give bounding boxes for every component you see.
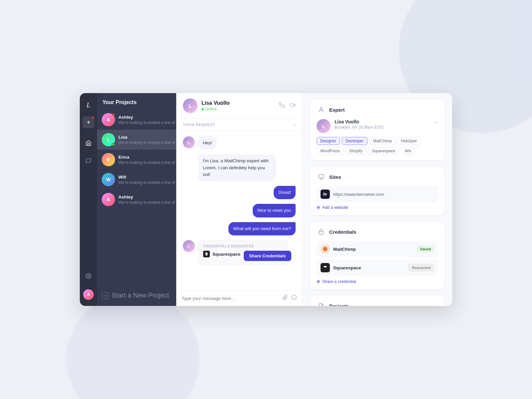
start-project-label: Start a New Project [112, 292, 169, 299]
tag-wix: Wix [401, 147, 415, 155]
phone-button[interactable] [279, 102, 285, 110]
monitor-icon [318, 174, 324, 180]
svg-point-12 [323, 247, 327, 251]
expert-title: Expert [329, 107, 345, 113]
user-icon [318, 107, 324, 113]
will-avatar-wrapper: W [102, 173, 115, 186]
msg-bubble-hey: Hey! [198, 136, 217, 150]
emoji-button[interactable] [291, 295, 297, 302]
chat-header-avatar: L [183, 98, 198, 113]
tag-hubspot: HubSpot [397, 137, 420, 145]
msg-bubble-great: Great! [274, 186, 296, 199]
ashley1-name: Ashley [118, 115, 182, 120]
msg-bubble-need: What will you need from me? [228, 222, 296, 235]
right-panel: Expert L Lisa Vuollo Brooklyn, NY (9:36a… [303, 93, 452, 306]
chat-button[interactable] [82, 155, 94, 167]
credentials-section-header: Credentials [317, 227, 438, 236]
erica-preview: We're looking to embed a line of ... [118, 160, 182, 165]
lock-icon [318, 229, 324, 235]
add-project-button[interactable]: + [82, 116, 94, 128]
will-info: Will We're looking to embed a line of ..… [118, 175, 182, 185]
attachment-button[interactable] [282, 295, 288, 302]
chat-input[interactable] [182, 296, 279, 301]
app-container: L + [80, 93, 452, 306]
lisa-name: Lisa [118, 135, 180, 140]
will-preview: We're looking to embed a line of ... [118, 180, 182, 185]
chat-header: L Lisa Vuollo Online [176, 93, 302, 119]
squarespace-cred-logo [323, 265, 328, 270]
credential-mailchimp: MailChimp Saved [317, 241, 438, 257]
chat-header-icons [279, 102, 296, 110]
tag-designer: Designer [317, 137, 340, 145]
svg-rect-3 [290, 104, 294, 106]
lisa-msg-avatar: L [183, 136, 195, 148]
share-credential-icon: ⊕ [317, 279, 320, 284]
expert-section: Expert L Lisa Vuollo Brooklyn, NY (9:36a… [311, 100, 444, 160]
share-credentials-button[interactable]: Share Credentials [244, 251, 291, 261]
sidebar: L + [80, 93, 176, 306]
mailchimp-badge: Saved [417, 246, 434, 252]
your-request-bar[interactable]: YOUR REQUEST › [176, 119, 302, 131]
svg-point-7 [320, 107, 322, 109]
ashley2-avatar: A [102, 193, 115, 206]
logo-button[interactable]: L [82, 99, 94, 111]
lisa-cred-avatar: L [183, 240, 195, 252]
erica-avatar: E [102, 153, 115, 166]
tag-shopify: Shopify [345, 147, 366, 155]
credentials-service-name: Squarespace [212, 252, 240, 257]
credentials-section-icon [317, 227, 326, 236]
sites-section-header: Sites [317, 172, 438, 182]
video-button[interactable] [290, 102, 296, 110]
credentials-section: Credentials MailChimp Saved Squarespace [311, 222, 444, 289]
share-credential-button[interactable]: ⊕ Share a credential [317, 279, 438, 284]
user-avatar: A [83, 289, 94, 300]
sites-item-benratner: Br https://www.benratner.com [317, 186, 438, 202]
projects-section-header: Projects [317, 301, 438, 306]
add-website-icon: ⊕ [317, 205, 320, 210]
squarespace-icon [203, 251, 210, 257]
add-website-button[interactable]: ⊕ Add a website [317, 205, 438, 210]
ashley1-notification [112, 113, 115, 116]
credentials-card: CREDENTIALS REQUESTED Squarespace Share … [198, 240, 288, 265]
projects-section: Projects Design MailChimp Newsletter $15… [311, 296, 444, 306]
lisa-info: Lisa We're looking to embed a line of ..… [118, 135, 180, 145]
ashley1-avatar-wrapper: A [102, 113, 115, 126]
tag-squarespace: Squarespace [368, 147, 399, 155]
expert-more-button[interactable]: ··· [433, 119, 438, 126]
bg-decoration2 [66, 293, 200, 399]
ashley2-info: Ashley We're looking to embed a line of … [118, 195, 182, 205]
phone-icon [279, 102, 285, 108]
credentials-list: MailChimp Saved Squarespace Requested [317, 241, 438, 276]
benratner-icon: Br [321, 190, 330, 199]
user-profile-button[interactable]: A [82, 289, 94, 301]
chat-status: Online [201, 107, 275, 111]
chat-icon [85, 158, 91, 164]
ashley1-preview: We're looking to embed a line of ... [118, 120, 182, 125]
chat-expert-name: Lisa Vuollo [201, 100, 275, 106]
settings-button[interactable] [82, 270, 94, 282]
credentials-requested-label: CREDENTIALS REQUESTED [203, 244, 283, 248]
sidebar-icons-strip: L + [80, 93, 97, 306]
message-intro: I'm Lisa, a MailChimp expert with Lorem.… [183, 154, 296, 181]
message-great: Great! [183, 186, 296, 199]
credentials-service-row: Squarespace Share Credentials [203, 251, 283, 261]
add-icon: + [86, 119, 90, 126]
attachment-icon [282, 295, 288, 300]
lisa-preview: We're looking to embed a line of ... [118, 140, 180, 145]
erica-info: Erica We're looking to embed a line of .… [118, 155, 182, 165]
will-name: Will [118, 175, 182, 180]
credentials-service: Squarespace [203, 251, 240, 257]
lisa-online-dot [112, 143, 115, 146]
chat-panel: L Lisa Vuollo Online YOUR REQUEST [176, 93, 303, 306]
add-website-label: Add a website [322, 205, 348, 210]
settings-icon [85, 273, 91, 279]
ashley2-preview: We're looking to embed a line of ... [118, 200, 182, 205]
expert-location: Brooklyn, NY (9:36am EST) [334, 125, 429, 130]
home-button[interactable] [82, 137, 94, 149]
msg-bubble-intro: I'm Lisa, a MailChimp expert with Lorem.… [198, 154, 276, 181]
tag-developer: Developer [342, 137, 367, 145]
ashley2-avatar-wrapper: A [102, 193, 115, 206]
will-avatar: W [102, 173, 115, 186]
expert-name: Lisa Vuollo [334, 119, 429, 124]
file-icon [318, 303, 324, 306]
